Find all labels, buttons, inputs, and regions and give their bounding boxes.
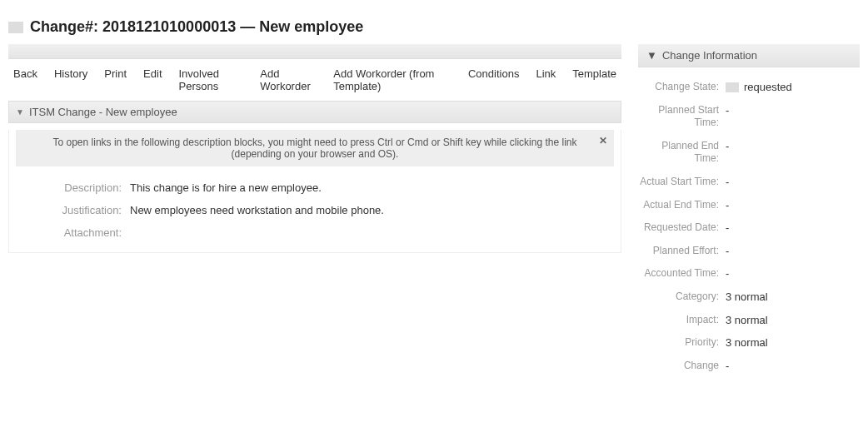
change-info-value: requested	[726, 81, 860, 93]
change-info-value-text: 3 normal	[726, 290, 768, 303]
menu-print[interactable]: Print	[104, 67, 127, 92]
menu-link[interactable]: Link	[536, 67, 556, 92]
change-info-value: -	[726, 199, 860, 211]
change-info-label: Requested Date:	[638, 221, 726, 235]
justification-label: Justification:	[9, 204, 130, 216]
change-info-value-text: -	[726, 176, 729, 188]
description-label: Description:	[9, 181, 130, 194]
change-info-value: -	[726, 267, 860, 280]
menu-edit[interactable]: Edit	[143, 67, 162, 92]
caret-down-icon: ▼	[646, 49, 657, 62]
change-info-label: Change State:	[638, 81, 726, 94]
change-info-label: Accounted Time:	[638, 267, 726, 281]
change-info-row: Planned Effort:-	[638, 240, 860, 263]
change-info-value: -	[726, 360, 860, 372]
change-info-row: Actual Start Time:-	[638, 171, 860, 194]
change-info-row: Requested Date:-	[638, 216, 860, 240]
change-info-value-text: -	[726, 199, 729, 211]
change-info-value: -	[726, 104, 860, 117]
change-info-label: Actual End Time:	[638, 199, 726, 212]
change-info-value-text: -	[726, 267, 729, 280]
change-info-row: Change State:requested	[638, 76, 860, 99]
main-column: Back History Print Edit Involved Persons…	[8, 44, 621, 385]
change-info-value-text: -	[726, 245, 729, 257]
change-info-value-text: -	[726, 104, 729, 117]
change-panel-header[interactable]: ▼ ITSM Change - New employee	[8, 101, 621, 123]
change-info-row: Priority:3 normal	[638, 331, 860, 355]
change-info-value-text: -	[726, 140, 729, 152]
change-info-value: -	[726, 140, 860, 152]
change-info-label: Actual Start Time:	[638, 176, 726, 189]
change-info-value: -	[726, 245, 860, 257]
info-note-close-icon[interactable]: ✕	[599, 135, 607, 146]
change-info-label: Planned Start Time:	[638, 104, 726, 130]
change-info-label: Change	[638, 360, 726, 373]
info-note-text: To open links in the following descripti…	[53, 137, 577, 160]
change-info-value-text: -	[726, 221, 729, 234]
change-info-value-text: 3 normal	[726, 336, 768, 349]
menu-add-workorder[interactable]: Add Workorder	[260, 67, 317, 92]
change-info-label: Impact:	[638, 314, 726, 327]
change-info-value-text: 3 normal	[726, 314, 768, 326]
info-note: To open links in the following descripti…	[16, 130, 614, 166]
change-panel-title: ITSM Change - New employee	[29, 106, 177, 118]
menu-add-workorder-template[interactable]: Add Workorder (from Template)	[333, 67, 451, 92]
menu-involved[interactable]: Involved Persons	[179, 67, 244, 92]
change-info-row: Planned End Time:-	[638, 135, 860, 171]
change-info-label: Priority:	[638, 336, 726, 350]
change-info-value: 3 normal	[726, 290, 860, 303]
menu-template[interactable]: Template	[572, 67, 616, 92]
side-column: ▼ Change Information Change State:reques…	[638, 44, 860, 385]
change-info-value: -	[726, 221, 860, 234]
menu-history[interactable]: History	[54, 67, 87, 92]
change-info-label: Category:	[638, 290, 726, 304]
change-info-value-text: requested	[744, 81, 792, 93]
change-info-row: Category:3 normal	[638, 285, 860, 309]
action-menu: Back History Print Edit Involved Persons…	[8, 59, 621, 101]
page-title: Change#: 2018121010000013 — New employee	[30, 18, 363, 36]
main-header-bar	[8, 44, 621, 59]
description-value: This change is for hire a new employee.	[130, 181, 621, 194]
change-info-title: Change Information	[662, 49, 757, 62]
change-info-value: 3 normal	[726, 336, 860, 349]
change-info-row: Accounted Time:-	[638, 262, 860, 285]
change-info-row: Change-	[638, 355, 860, 378]
state-flag-icon	[726, 82, 739, 92]
change-flag-icon	[8, 22, 23, 33]
change-info-value: -	[726, 176, 860, 188]
menu-back[interactable]: Back	[13, 67, 37, 92]
change-info-value: 3 normal	[726, 314, 860, 326]
caret-down-icon: ▼	[16, 107, 24, 117]
change-info-row: Planned Start Time:-	[638, 99, 860, 135]
change-info-body: Change State:requestedPlanned Start Time…	[638, 67, 860, 385]
change-info-header[interactable]: ▼ Change Information	[638, 44, 860, 67]
justification-value: New employees need workstation and mobil…	[130, 204, 621, 216]
change-info-row: Impact:3 normal	[638, 309, 860, 332]
attachment-value	[130, 226, 621, 239]
change-info-label: Planned Effort:	[638, 245, 726, 258]
change-info-value-text: -	[726, 360, 729, 372]
menu-conditions[interactable]: Conditions	[468, 67, 519, 92]
change-info-row: Actual End Time:-	[638, 194, 860, 217]
attachment-label: Attachment:	[9, 226, 130, 239]
change-info-label: Planned End Time:	[638, 140, 726, 166]
